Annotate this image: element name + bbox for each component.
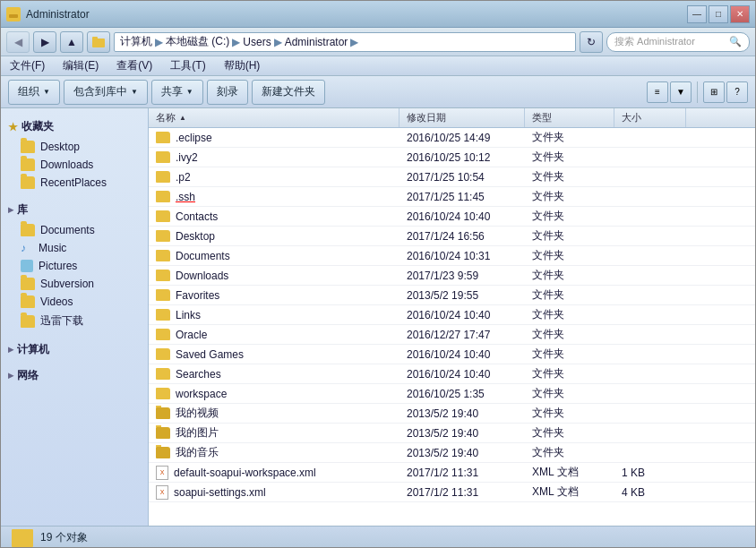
sidebar-network-header[interactable]: ▶ 网络 (1, 364, 148, 387)
sidebar-item-desktop[interactable]: Desktop (1, 138, 148, 156)
table-row[interactable]: Xsoapui-settings.xml2017/1/2 11:31XML 文档… (149, 483, 755, 502)
sidebar-item-thunder[interactable]: 迅雷下载 (1, 311, 148, 331)
maximize-button[interactable]: □ (709, 5, 728, 23)
sidebar-recentplaces-label: RecentPlaces (40, 176, 107, 189)
breadcrumb-users[interactable]: Users (243, 36, 271, 48)
breadcrumb-admin[interactable]: Administrator (285, 36, 348, 48)
table-row[interactable]: Saved Games2016/10/24 10:40文件夹 (149, 345, 755, 364)
add-to-library-label: 包含到库中 (73, 84, 127, 99)
sidebar-music-label: Music (39, 242, 66, 254)
filelist-header: 名称 ▲ 修改日期 类型 大小 (149, 108, 755, 128)
sidebar-library-header[interactable]: ▶ 库 (1, 199, 148, 221)
table-row[interactable]: workspace2016/10/25 1:35文件夹 (149, 384, 755, 404)
col-header-type[interactable]: 类型 (525, 108, 614, 127)
table-row[interactable]: .ssh2017/1/25 11:45文件夹 (149, 187, 755, 207)
file-date-cell: 2017/1/25 10:54 (399, 171, 525, 184)
folder-icon (156, 171, 170, 183)
file-size-cell: 1 KB (614, 467, 686, 479)
organize-button[interactable]: 组织 ▼ (8, 80, 60, 105)
sidebar-item-recentplaces[interactable]: RecentPlaces (1, 174, 148, 192)
back-button[interactable]: ◀ (6, 31, 30, 53)
address-bar: ◀ ▶ ▲ 计算机 ▶ 本地磁盘 (C:) ▶ Users ▶ Administ… (1, 28, 755, 56)
col-header-name[interactable]: 名称 ▲ (149, 108, 399, 127)
folder-nav-icon (87, 31, 110, 53)
sidebar-item-videos[interactable]: Videos (1, 293, 148, 311)
breadcrumb-computer[interactable]: 计算机 (120, 34, 152, 49)
statusbar-folder-icon (12, 529, 33, 547)
file-date-cell: 2017/1/25 11:45 (399, 191, 525, 203)
sidebar-computer-header[interactable]: ▶ 计算机 (1, 338, 148, 361)
col-header-date[interactable]: 修改日期 (399, 108, 525, 127)
table-row[interactable]: Xdefault-soapui-workspace.xml2017/1/2 11… (149, 463, 755, 483)
file-date-cell: 2016/10/25 1:35 (399, 388, 525, 400)
sidebar-item-music[interactable]: ♪ Music (1, 239, 148, 257)
table-row[interactable]: 我的视频2013/5/2 19:40文件夹 (149, 404, 755, 424)
sidebar-item-pictures[interactable]: Pictures (1, 257, 148, 275)
file-icon: X (156, 466, 168, 480)
view-dropdown-button[interactable]: ▼ (670, 81, 692, 103)
computer-label: 计算机 (17, 342, 49, 357)
file-name: 我的音乐 (176, 445, 219, 460)
breadcrumb-sep3: ▶ (274, 36, 282, 48)
menu-tools[interactable]: 工具(T) (167, 56, 209, 75)
sidebar-desktop-label: Desktop (40, 141, 80, 153)
organize-label: 组织 (18, 84, 39, 99)
view-tiles-button[interactable]: ⊞ (703, 81, 725, 103)
table-row[interactable]: Documents2016/10/24 10:31文件夹 (149, 246, 755, 266)
help-button[interactable]: ? (726, 81, 748, 103)
file-type-cell: 文件夹 (525, 130, 614, 145)
sidebar-favorites-header[interactable]: ★ 收藏夹 (1, 116, 148, 138)
new-folder-button[interactable]: 新建文件夹 (252, 80, 325, 105)
table-row[interactable]: Desktop2017/1/24 16:56文件夹 (149, 227, 755, 246)
table-row[interactable]: 我的音乐2013/5/2 19:40文件夹 (149, 443, 755, 463)
refresh-button[interactable]: ↻ (580, 31, 603, 53)
window-controls: — □ ✕ (687, 5, 750, 23)
menu-help[interactable]: 帮助(H) (220, 56, 264, 75)
table-row[interactable]: Downloads2017/1/23 9:59文件夹 (149, 266, 755, 286)
sidebar-item-documents[interactable]: Documents (1, 221, 148, 239)
share-button[interactable]: 共享 ▼ (151, 80, 203, 105)
file-name: Favorites (176, 289, 219, 302)
menu-edit[interactable]: 编辑(E) (59, 56, 102, 75)
file-name: Contacts (176, 210, 218, 223)
table-row[interactable]: Favorites2013/5/2 19:55文件夹 (149, 286, 755, 305)
file-type-cell: 文件夹 (525, 347, 614, 362)
folder-icon (156, 309, 170, 321)
table-row[interactable]: Searches2016/10/24 10:40文件夹 (149, 364, 755, 384)
file-name-cell: 我的图片 (149, 425, 399, 441)
library-triangle-icon: ▶ (8, 206, 13, 214)
table-row[interactable]: Links2016/10/24 10:40文件夹 (149, 305, 755, 325)
share-arrow: ▼ (186, 88, 193, 96)
folder-icon (156, 407, 170, 419)
sidebar-item-downloads[interactable]: Downloads (1, 156, 148, 174)
window-icon (6, 7, 21, 21)
thunder-folder-icon (21, 315, 35, 328)
recentplaces-folder-icon (21, 176, 35, 189)
table-row[interactable]: Oracle2016/12/27 17:47文件夹 (149, 325, 755, 345)
menu-file[interactable]: 文件(F) (6, 56, 48, 75)
search-bar[interactable]: 搜索 Administrator 🔍 (606, 32, 750, 52)
table-row[interactable]: .ivy22016/10/25 10:12文件夹 (149, 148, 755, 167)
sidebar-documents-label: Documents (40, 224, 95, 236)
folder-icon (156, 270, 170, 281)
add-to-library-button[interactable]: 包含到库中 ▼ (64, 80, 148, 105)
table-row[interactable]: 我的图片2013/5/2 19:40文件夹 (149, 424, 755, 443)
table-row[interactable]: .p22017/1/25 10:54文件夹 (149, 167, 755, 187)
file-name-cell: Oracle (149, 329, 399, 341)
forward-button[interactable]: ▶ (33, 31, 56, 53)
breadcrumb-sep2: ▶ (232, 36, 240, 48)
burn-button[interactable]: 刻录 (207, 80, 248, 105)
col-header-size[interactable]: 大小 (614, 108, 686, 127)
close-button[interactable]: ✕ (730, 5, 750, 23)
file-date-cell: 2017/1/24 16:56 (399, 230, 525, 243)
minimize-button[interactable]: — (687, 5, 707, 23)
table-row[interactable]: Contacts2016/10/24 10:40文件夹 (149, 207, 755, 227)
table-row[interactable]: .eclipse2016/10/25 14:49文件夹 (149, 128, 755, 148)
sidebar-item-subversion[interactable]: Subversion (1, 275, 148, 293)
folder-icon (156, 230, 170, 242)
breadcrumb-drive[interactable]: 本地磁盘 (C:) (166, 34, 229, 49)
menu-view[interactable]: 查看(V) (113, 56, 156, 75)
view-details-button[interactable]: ≡ (647, 81, 668, 103)
up-button[interactable]: ▲ (60, 31, 83, 53)
breadcrumb[interactable]: 计算机 ▶ 本地磁盘 (C:) ▶ Users ▶ Administrator … (114, 32, 576, 52)
